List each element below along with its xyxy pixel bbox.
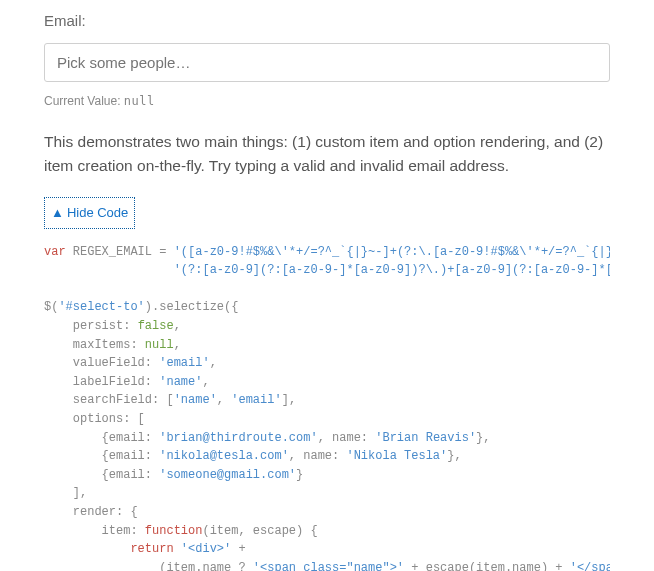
email-label: Email: <box>44 10 610 33</box>
triangle-up-icon: ▲ <box>51 205 64 220</box>
demo-description: This demonstrates two main things: (1) c… <box>44 130 610 180</box>
hide-code-toggle[interactable]: ▲Hide Code <box>44 197 135 229</box>
email-select-input[interactable] <box>44 43 610 82</box>
current-value-display: Current Value: null <box>44 92 610 110</box>
hide-code-label: Hide Code <box>67 205 128 220</box>
code-block: var REGEX_EMAIL = '([a-z0-9!#$%&\'*+/=?^… <box>44 243 610 571</box>
current-value-label: Current Value: <box>44 94 124 108</box>
current-value-value: null <box>124 94 155 108</box>
